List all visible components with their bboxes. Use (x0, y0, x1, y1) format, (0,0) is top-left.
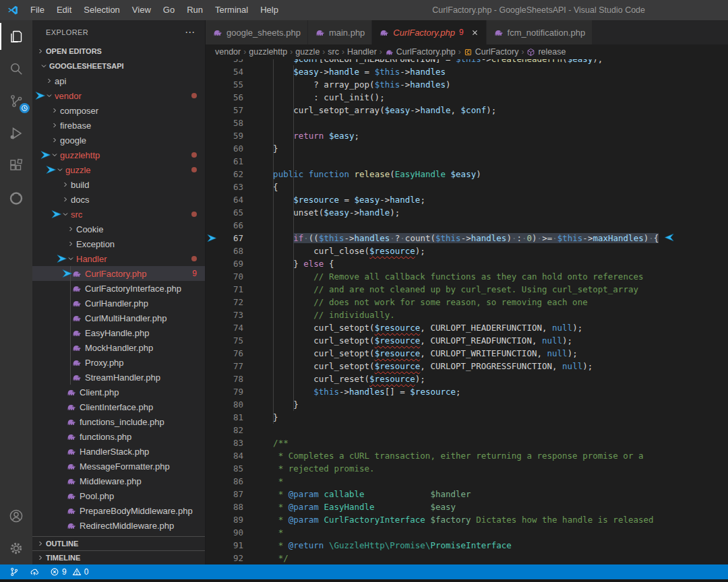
line-number[interactable]: 73 (220, 309, 243, 321)
tree-item-api[interactable]: api (32, 73, 205, 88)
line-number[interactable]: 82 (220, 424, 243, 437)
code-line[interactable]: 87 * @param callable $handler (206, 488, 728, 500)
line-number[interactable]: 85 (220, 462, 243, 475)
code-line[interactable]: 79 $this->handles[] = $resource; (206, 385, 728, 398)
code-text[interactable]: curl_reset($resource); (253, 373, 425, 385)
tree-item-cookie[interactable]: Cookie (32, 222, 205, 236)
tree-item-mockhandler-php[interactable]: MockHandler.php (32, 340, 205, 355)
code-line[interactable]: 59 return $easy; (206, 129, 728, 142)
tree-item-handler[interactable]: Handler (32, 251, 205, 266)
code-text[interactable]: * @param EasyHandle $easy (253, 500, 456, 513)
tree-item-preparebodymiddleware-php[interactable]: PrepareBodyMiddleware.php (32, 503, 205, 518)
code-text[interactable]: unset($easy->handle); (253, 206, 400, 219)
code-text[interactable]: } (253, 142, 278, 155)
breadcrumb-item-guzzlehttp[interactable]: guzzlehttp (249, 47, 287, 57)
code-line[interactable]: 92 */ (206, 552, 728, 564)
code-line[interactable]: 86 * (206, 475, 728, 488)
code-text[interactable]: // individually. (253, 309, 395, 321)
code-line[interactable]: 55 ? array_pop($this->handles) (206, 78, 728, 91)
tree-item-curlmultihandler-php[interactable]: CurlMultiHandler.php (32, 311, 205, 325)
code-text[interactable]: $this->handles[] = $resource; (253, 385, 461, 398)
code-line[interactable]: 80 } (206, 398, 728, 411)
code-line[interactable]: 91 * @return \GuzzleHttp\Promise\Promise… (206, 539, 728, 552)
line-number[interactable]: 64 (220, 193, 243, 206)
code-text[interactable]: { (253, 181, 278, 193)
line-number[interactable]: 75 (220, 334, 243, 347)
line-number[interactable]: 59 (220, 129, 243, 142)
status-errors[interactable]: 9 (50, 567, 67, 577)
line-number[interactable]: 60 (220, 142, 243, 155)
tree-item-streamhandler-php[interactable]: StreamHandler.php (32, 370, 205, 385)
line-number[interactable]: 62 (220, 168, 243, 181)
tab-fcm-notification-php[interactable]: fcm_notification.php (487, 20, 593, 44)
code-text[interactable]: curl_setopt($resource, CURLOPT_READFUNCT… (253, 334, 572, 347)
activitybar-item-run-and-debug[interactable] (0, 117, 32, 150)
activitybar-item-search[interactable] (0, 53, 32, 85)
line-number[interactable]: 89 (220, 513, 243, 526)
menu-edit[interactable]: Edit (51, 5, 78, 15)
code-text[interactable]: * (253, 475, 283, 488)
code-line[interactable]: 62 public function release(EasyHandle $e… (206, 168, 728, 181)
code-text[interactable]: * Completes a cURL transaction, either r… (253, 449, 643, 462)
tree-item-build[interactable]: build (32, 177, 205, 192)
code-line[interactable]: 70 // Remove all callback functions as t… (206, 270, 728, 283)
line-number[interactable]: 63 (220, 181, 243, 193)
tree-item-curlfactoryinterface-php[interactable]: CurlFactoryInterface.php (32, 281, 205, 296)
tree-item-vendor[interactable]: vendor (32, 88, 205, 103)
activitybar-item-github[interactable] (0, 182, 32, 214)
line-number[interactable]: 70 (220, 270, 243, 283)
line-number[interactable]: 67 (220, 232, 243, 245)
code-line[interactable]: 60 } (206, 142, 728, 155)
code-text[interactable]: curl_setopt($resource, CURLOPT_WRITEFUNC… (253, 347, 578, 360)
code-line[interactable]: 73 // individually. (206, 309, 728, 321)
tree-item-messageformatter-php[interactable]: MessageFormatter.php (32, 459, 205, 474)
breadcrumb-item-guzzle[interactable]: guzzle (295, 47, 320, 57)
menu-selection[interactable]: Selection (78, 5, 125, 15)
menu-go[interactable]: Go (157, 5, 181, 15)
tree-item-clientinterface-php[interactable]: ClientInterface.php (32, 399, 205, 414)
code-text[interactable]: curl_setopt_array($easy->handle, $conf); (253, 104, 496, 117)
line-number[interactable]: 69 (220, 257, 243, 270)
breadcrumb-item-vendor[interactable]: vendor (215, 47, 241, 57)
code-text[interactable]: curl_setopt($resource, CURLOPT_HEADERFUN… (253, 321, 582, 334)
line-number[interactable]: 84 (220, 449, 243, 462)
section-outline[interactable]: OUTLINE (32, 536, 205, 550)
code-line[interactable]: 56 : curl_init(); (206, 91, 728, 104)
code-line[interactable]: 57 curl_setopt_array($easy->handle, $con… (206, 104, 728, 117)
code-text[interactable]: */ (253, 552, 289, 564)
tree-item-proxy-php[interactable]: Proxy.php (32, 355, 205, 370)
activitybar-item-account[interactable] (0, 500, 32, 532)
code-text[interactable]: ? array_pop($this->handles) (253, 78, 451, 91)
line-number[interactable]: 68 (220, 245, 243, 257)
line-number[interactable]: 87 (220, 488, 243, 500)
code-text[interactable]: /** (253, 437, 289, 449)
tab-main-php[interactable]: main.php (308, 20, 372, 44)
status-warnings[interactable]: 0 (72, 567, 89, 577)
line-number[interactable]: 80 (220, 398, 243, 411)
code-text[interactable]: } (253, 411, 278, 424)
tree-item-googlesheetsapi[interactable]: GOOGLESHEETSAPI (32, 59, 205, 73)
code-text[interactable]: * (253, 526, 283, 539)
tree-item-easyhandle-php[interactable]: EasyHandle.php (32, 325, 205, 340)
code-line[interactable]: 53 $conf[CURLOPT_HEADERFUNCTION] = $this… (206, 59, 728, 65)
close-icon[interactable] (471, 28, 479, 37)
code-line[interactable]: 85 * rejected promise. (206, 462, 728, 475)
tree-item-guzzlehttp[interactable]: guzzlehttp (32, 148, 205, 162)
code-text[interactable]: return $easy; (253, 129, 359, 142)
code-line[interactable]: 90 * (206, 526, 728, 539)
line-number[interactable]: 56 (220, 91, 243, 104)
code-line[interactable]: 76 curl_setopt($resource, CURLOPT_WRITEF… (206, 347, 728, 360)
code-text[interactable]: $resource = $easy->handle; (253, 193, 425, 206)
code-text[interactable]: // does not work for some reason, so rem… (253, 296, 588, 309)
code-text[interactable]: public function release(EasyHandle $easy… (253, 168, 481, 181)
menu-view[interactable]: View (126, 5, 157, 15)
tree-item-pool-php[interactable]: Pool.php (32, 488, 205, 503)
line-number[interactable]: 71 (220, 283, 243, 296)
line-number[interactable]: 57 (220, 104, 243, 117)
line-number[interactable]: 88 (220, 500, 243, 513)
code-line[interactable]: 67 if·(($this->handles·?·count($this->ha… (206, 232, 728, 245)
line-number[interactable]: 61 (220, 155, 243, 168)
tree-item-curlfactory-php[interactable]: CurlFactory.php9 (32, 266, 205, 281)
code-line[interactable]: 64 $resource = $easy->handle; (206, 193, 728, 206)
code-line[interactable]: 54 $easy->handle = $this->handles (206, 65, 728, 78)
